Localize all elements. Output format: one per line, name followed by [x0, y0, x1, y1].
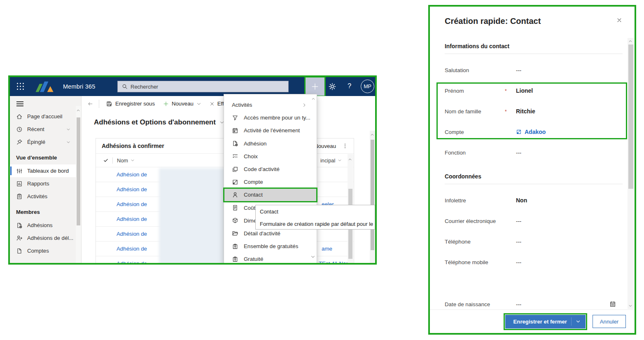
row-name-link[interactable]: Adhésion de [117, 260, 147, 263]
quick-create-panel-inner: Création rapide: Contact Informations du… [430, 7, 635, 333]
chevron-down-icon[interactable] [576, 319, 581, 324]
scroll-up-icon[interactable] [370, 133, 374, 137]
sidebar-item-adh-sions[interactable]: Adhésions [10, 219, 81, 232]
menu-item-ensemble-de-gratuit-s[interactable]: Ensemble de gratuités [224, 240, 317, 253]
top-navbar: Membri 365 ? MP [10, 77, 375, 96]
chevron-down-icon [338, 158, 342, 162]
sidebar-item-page-d-accueil[interactable]: Page d'accueil [10, 110, 81, 123]
sidebar-item-comptes[interactable]: Comptes [10, 244, 81, 257]
required-asterisk: * [505, 87, 516, 94]
panel-title: Création rapide: Contact [445, 16, 541, 26]
new-button[interactable]: Nouveau [159, 101, 205, 107]
field-row-courrier-lectronique: Courrier électronique--- [445, 211, 623, 231]
row-name-link[interactable]: Adhésion de [117, 171, 147, 178]
field-label: Courrier électronique [445, 218, 505, 224]
sidebar-item-tableaux-de-bord[interactable]: Tableaux de bord [10, 164, 81, 177]
sidebar-item-activit-s[interactable]: Activités [10, 190, 81, 203]
required-asterisk [505, 131, 516, 132]
app-title: Membri 365 [63, 83, 96, 90]
field-label: Fonction [445, 150, 505, 156]
row-name-link[interactable]: Adhésion de [117, 201, 147, 207]
field-row-salutation: Salutation--- [445, 60, 623, 80]
scroll-down-icon[interactable] [628, 304, 632, 308]
menu-item-activit-s[interactable]: Activités [224, 98, 317, 111]
row-name-link[interactable]: Adhésion de [117, 231, 147, 237]
field-value[interactable]: Non [516, 197, 527, 204]
doc-add-icon [232, 140, 239, 147]
sidebar-item-label: Adhésions [27, 222, 53, 228]
scrollbar-thumb[interactable] [77, 117, 80, 225]
field-value[interactable]: Ritchie [516, 108, 535, 115]
help-button[interactable]: ? [348, 82, 351, 90]
calendar-icon [232, 127, 239, 134]
field-value[interactable]: --- [516, 218, 521, 224]
field-value-text: Adakoo [525, 129, 546, 135]
giftset-icon [232, 243, 239, 250]
clipboard-icon [16, 193, 23, 200]
field-value[interactable]: --- [516, 67, 521, 73]
column-header-principal[interactable]: incipal [320, 157, 342, 164]
hamburger-icon[interactable] [16, 101, 23, 106]
menu-item-acc-s-membre-pour-un-ty[interactable]: Accès membre pour un ty... [224, 111, 317, 124]
save-and-close-button[interactable]: Enregistrer et fermer [505, 315, 586, 328]
save-as-button[interactable]: Enregistrer sous [102, 101, 159, 107]
panel-scrollbar[interactable] [628, 38, 634, 309]
menu-item-adh-sion[interactable]: Adhésion [224, 137, 317, 150]
field-value[interactable]: --- [516, 150, 521, 156]
required-asterisk: * [505, 108, 516, 115]
scroll-up-icon[interactable] [628, 39, 632, 43]
row-contact-link[interactable]: ame [322, 246, 332, 252]
row-name-link[interactable]: Adhésion de [117, 246, 147, 252]
check-icon[interactable] [103, 158, 108, 163]
sidebar-item-pingl[interactable]: Épinglé [10, 136, 81, 148]
close-button[interactable] [616, 17, 622, 23]
field-value[interactable]: --- [516, 239, 521, 245]
main-scrollbar[interactable] [370, 131, 375, 263]
divider [445, 54, 623, 54]
sidebar-item-rapports[interactable]: Rapports [10, 177, 81, 190]
quick-create-plus-button[interactable] [306, 77, 324, 96]
field-value[interactable]: --- [516, 301, 521, 307]
sidebar-scrollbar[interactable] [76, 106, 81, 263]
scrollbar-thumb[interactable] [371, 140, 374, 250]
cancel-button[interactable]: Annuler [593, 315, 626, 328]
quick-create-menu: ActivitésAccès membre pour un ty...Activ… [224, 94, 317, 263]
row-name-link[interactable]: Adhésion de [117, 216, 147, 222]
avatar[interactable]: MP [361, 80, 374, 93]
divider [571, 317, 572, 326]
field-row-compte: CompteAdakoo [445, 122, 623, 142]
menu-item-choix[interactable]: Choix [224, 150, 317, 163]
sidebar-item-r-cent[interactable]: Récent [10, 123, 81, 136]
column-header-nom[interactable]: Nom [117, 157, 135, 164]
checklist-icon [232, 153, 239, 159]
section-header: Informations du contact [445, 43, 623, 49]
field-value[interactable]: Adakoo [516, 129, 546, 135]
more-icon[interactable] [342, 143, 348, 149]
field-value[interactable]: --- [516, 259, 521, 265]
window-body: Page d'accueilRécentÉpingléVue d'ensembl… [10, 96, 375, 263]
scrollbar-thumb[interactable] [628, 45, 633, 189]
menu-item-gratuit[interactable]: Gratuité [224, 253, 317, 263]
menu-item-label: Activités [232, 102, 252, 108]
menu-item-label: Activité de l'événement [244, 127, 300, 134]
sidebar-item-adh-sions-de-d-l[interactable]: Adhésions de dél... [10, 232, 81, 244]
menu-item-code-d-activit[interactable]: Code d'activité [224, 163, 317, 176]
row-name-link[interactable]: Adhésion de [117, 186, 147, 192]
gear-icon[interactable] [328, 82, 336, 91]
scroll-up-icon[interactable] [348, 157, 352, 162]
sidebar-section-header: Vue d'ensemble [10, 148, 81, 164]
global-search[interactable] [117, 81, 289, 92]
required-asterisk [505, 152, 516, 153]
search-input[interactable] [131, 84, 288, 90]
chevron-right-icon [302, 103, 307, 108]
menu-item-activit-de-l-v-nement[interactable]: Activité de l'événement [224, 124, 317, 137]
menu-item-contact[interactable]: Contact [224, 188, 317, 201]
sidebar-item-label: Tableaux de bord [27, 168, 69, 174]
scroll-up-icon[interactable] [76, 108, 80, 113]
field-label: Téléphone mobile [445, 259, 505, 265]
menu-item-compte[interactable]: Compte [224, 176, 317, 188]
menu-item-label: Compte [244, 179, 263, 185]
back-button[interactable] [84, 101, 96, 107]
field-value[interactable]: Lionel [516, 87, 533, 94]
waffle-icon[interactable] [17, 83, 24, 90]
